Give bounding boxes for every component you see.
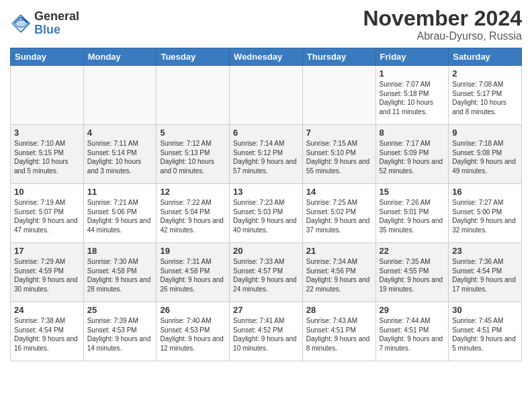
table-row: 16Sunrise: 7:27 AMSunset: 5:00 PMDayligh… [449, 184, 522, 243]
logo-icon [10, 13, 32, 34]
table-row [83, 66, 157, 125]
col-friday: Friday [375, 48, 449, 66]
table-row: 23Sunrise: 7:36 AMSunset: 4:54 PMDayligh… [449, 243, 522, 302]
day-number: 10 [14, 187, 80, 197]
table-row: 9Sunrise: 7:18 AMSunset: 5:08 PMDaylight… [449, 125, 522, 184]
day-number: 24 [14, 305, 80, 315]
day-number: 18 [87, 246, 153, 256]
table-row: 29Sunrise: 7:44 AMSunset: 4:51 PMDayligh… [375, 302, 449, 361]
table-row: 20Sunrise: 7:33 AMSunset: 4:57 PMDayligh… [230, 243, 303, 302]
title-block: November 2024 Abrau-Dyurso, Russia [363, 7, 522, 42]
calendar-header-row: Sunday Monday Tuesday Wednesday Thursday… [11, 48, 522, 66]
day-info: Sunrise: 7:17 AMSunset: 5:09 PMDaylight:… [380, 139, 445, 175]
day-info: Sunrise: 7:21 AMSunset: 5:06 PMDaylight:… [87, 198, 153, 234]
day-number: 14 [306, 187, 372, 197]
day-info: Sunrise: 7:30 AMSunset: 4:58 PMDaylight:… [87, 257, 153, 293]
table-row [230, 66, 303, 125]
table-row: 30Sunrise: 7:45 AMSunset: 4:51 PMDayligh… [449, 302, 522, 361]
calendar-week-row: 1Sunrise: 7:07 AMSunset: 5:18 PMDaylight… [11, 66, 522, 125]
table-row: 27Sunrise: 7:41 AMSunset: 4:52 PMDayligh… [230, 302, 303, 361]
day-number: 9 [452, 128, 518, 138]
table-row [157, 66, 230, 125]
table-row: 18Sunrise: 7:30 AMSunset: 4:58 PMDayligh… [83, 243, 157, 302]
table-row: 5Sunrise: 7:12 AMSunset: 5:13 PMDaylight… [157, 125, 230, 184]
table-row [11, 66, 84, 125]
logo-general-text: General [34, 10, 79, 24]
day-number: 2 [452, 68, 518, 79]
month-title: November 2024 [363, 7, 522, 30]
day-number: 8 [380, 128, 445, 138]
day-info: Sunrise: 7:18 AMSunset: 5:08 PMDaylight:… [452, 139, 518, 175]
day-info: Sunrise: 7:34 AMSunset: 4:56 PMDaylight:… [306, 257, 372, 293]
day-info: Sunrise: 7:19 AMSunset: 5:07 PMDaylight:… [14, 198, 80, 234]
col-monday: Monday [83, 48, 157, 66]
table-row: 3Sunrise: 7:10 AMSunset: 5:15 PMDaylight… [11, 125, 84, 184]
table-row: 26Sunrise: 7:40 AMSunset: 4:53 PMDayligh… [157, 302, 230, 361]
calendar-week-row: 10Sunrise: 7:19 AMSunset: 5:07 PMDayligh… [11, 184, 522, 243]
day-number: 23 [452, 246, 518, 256]
col-wednesday: Wednesday [230, 48, 303, 66]
day-number: 1 [380, 68, 445, 79]
logo-text: General Blue [34, 10, 79, 37]
table-row: 13Sunrise: 7:23 AMSunset: 5:03 PMDayligh… [230, 184, 303, 243]
day-number: 15 [380, 187, 445, 197]
day-info: Sunrise: 7:33 AMSunset: 4:57 PMDaylight:… [233, 257, 299, 293]
calendar-week-row: 17Sunrise: 7:29 AMSunset: 4:59 PMDayligh… [11, 243, 522, 302]
calendar-week-row: 24Sunrise: 7:38 AMSunset: 4:54 PMDayligh… [11, 302, 522, 361]
day-info: Sunrise: 7:07 AMSunset: 5:18 PMDaylight:… [380, 80, 445, 116]
day-number: 30 [452, 305, 518, 315]
col-sunday: Sunday [11, 48, 84, 66]
calendar-table: Sunday Monday Tuesday Wednesday Thursday… [10, 48, 522, 361]
table-row: 6Sunrise: 7:14 AMSunset: 5:12 PMDaylight… [230, 125, 303, 184]
calendar-week-row: 3Sunrise: 7:10 AMSunset: 5:15 PMDaylight… [11, 125, 522, 184]
table-row: 19Sunrise: 7:31 AMSunset: 4:58 PMDayligh… [157, 243, 230, 302]
table-row: 28Sunrise: 7:43 AMSunset: 4:51 PMDayligh… [302, 302, 375, 361]
day-info: Sunrise: 7:26 AMSunset: 5:01 PMDaylight:… [380, 198, 445, 234]
day-number: 21 [306, 246, 372, 256]
day-number: 29 [380, 305, 445, 315]
day-info: Sunrise: 7:23 AMSunset: 5:03 PMDaylight:… [233, 198, 299, 234]
day-info: Sunrise: 7:36 AMSunset: 4:54 PMDaylight:… [452, 257, 518, 293]
day-number: 4 [87, 128, 153, 138]
day-number: 13 [233, 187, 299, 197]
day-number: 28 [306, 305, 372, 315]
table-row: 7Sunrise: 7:15 AMSunset: 5:10 PMDaylight… [302, 125, 375, 184]
day-number: 3 [14, 128, 80, 138]
table-row: 1Sunrise: 7:07 AMSunset: 5:18 PMDaylight… [375, 66, 449, 125]
col-thursday: Thursday [302, 48, 375, 66]
day-info: Sunrise: 7:43 AMSunset: 4:51 PMDaylight:… [306, 316, 372, 353]
day-info: Sunrise: 7:29 AMSunset: 4:59 PMDaylight:… [14, 257, 80, 293]
table-row: 25Sunrise: 7:39 AMSunset: 4:53 PMDayligh… [83, 302, 157, 361]
table-row: 15Sunrise: 7:26 AMSunset: 5:01 PMDayligh… [375, 184, 449, 243]
day-number: 22 [380, 246, 445, 256]
day-number: 7 [306, 128, 372, 138]
table-row [302, 66, 375, 125]
col-saturday: Saturday [449, 48, 522, 66]
logo: General Blue [10, 10, 79, 37]
day-number: 20 [233, 246, 299, 256]
day-info: Sunrise: 7:15 AMSunset: 5:10 PMDaylight:… [306, 139, 372, 175]
day-info: Sunrise: 7:35 AMSunset: 4:55 PMDaylight:… [380, 257, 445, 293]
table-row: 4Sunrise: 7:11 AMSunset: 5:14 PMDaylight… [83, 125, 157, 184]
table-row: 2Sunrise: 7:08 AMSunset: 5:17 PMDaylight… [449, 66, 522, 125]
day-info: Sunrise: 7:14 AMSunset: 5:12 PMDaylight:… [233, 139, 299, 175]
day-info: Sunrise: 7:39 AMSunset: 4:53 PMDaylight:… [87, 316, 153, 353]
day-info: Sunrise: 7:10 AMSunset: 5:15 PMDaylight:… [14, 139, 80, 175]
col-tuesday: Tuesday [157, 48, 230, 66]
table-row: 10Sunrise: 7:19 AMSunset: 5:07 PMDayligh… [11, 184, 84, 243]
table-row: 22Sunrise: 7:35 AMSunset: 4:55 PMDayligh… [375, 243, 449, 302]
table-row: 11Sunrise: 7:21 AMSunset: 5:06 PMDayligh… [83, 184, 157, 243]
table-row: 17Sunrise: 7:29 AMSunset: 4:59 PMDayligh… [11, 243, 84, 302]
logo-blue-text: Blue [34, 24, 79, 37]
day-number: 17 [14, 246, 80, 256]
table-row: 12Sunrise: 7:22 AMSunset: 5:04 PMDayligh… [157, 184, 230, 243]
header-row: General Blue November 2024 Abrau-Dyurso,… [10, 7, 522, 42]
day-number: 19 [160, 246, 226, 256]
day-info: Sunrise: 7:31 AMSunset: 4:58 PMDaylight:… [160, 257, 226, 293]
day-info: Sunrise: 7:11 AMSunset: 5:14 PMDaylight:… [87, 139, 153, 175]
day-info: Sunrise: 7:40 AMSunset: 4:53 PMDaylight:… [160, 316, 226, 353]
day-info: Sunrise: 7:44 AMSunset: 4:51 PMDaylight:… [380, 316, 445, 353]
day-number: 6 [233, 128, 299, 138]
day-number: 16 [452, 187, 518, 197]
day-info: Sunrise: 7:25 AMSunset: 5:02 PMDaylight:… [306, 198, 372, 234]
